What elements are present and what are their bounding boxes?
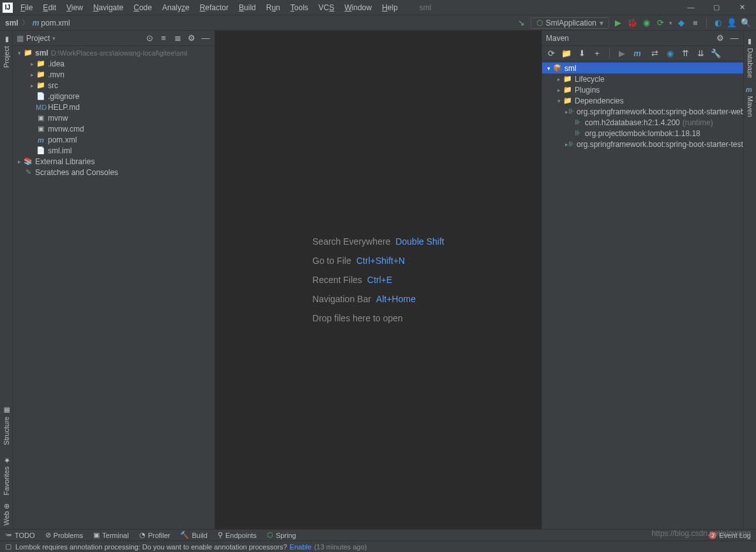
hide-icon[interactable]: — [729,33,739,43]
tip-recent[interactable]: Recent FilesCtrl+E [312,275,444,285]
toggle-icon[interactable]: ⇄ [649,49,660,59]
tab-structure[interactable]: Structure ▦ [2,402,10,449]
attach-icon[interactable]: ◆ [676,18,686,28]
profile-dropdown[interactable]: ▾ [669,20,672,26]
maven-dep-3[interactable]: ▸⊪org.springframework.boot:spring-boot-s… [542,139,743,150]
tab-project[interactable]: Project ▮ [2,32,10,72]
collapse-icon[interactable]: ≣ [172,33,183,43]
menu-window[interactable]: Window [343,2,373,13]
tree-external-libs[interactable]: ▸📚External Libraries [13,156,215,167]
tree-root[interactable]: ▾📁 sml D:\WorkPlaces-srcs\aiowang-local\… [13,47,215,58]
hammer-icon[interactable]: ↘ [517,18,527,28]
maven-dependencies[interactable]: ▾📁Dependencies [542,95,743,106]
tree-file-gitignore[interactable]: 📄.gitignore [13,91,215,102]
add-icon[interactable]: + [592,49,602,59]
menu-file[interactable]: File [19,2,34,13]
wrench-icon[interactable]: 🔧 [711,49,721,59]
maven-file-icon: m [33,19,40,27]
tab-maven[interactable]: m Maven [746,82,754,121]
generate-icon[interactable]: 📁 [561,49,571,59]
tab-problems[interactable]: ⊘ Problems [45,531,83,539]
debug-icon[interactable]: 🐞 [627,18,637,28]
tab-todo[interactable]: ≔ TODO [5,531,35,539]
menu-edit[interactable]: Edit [42,2,57,13]
crumb-sep: 〉 [22,17,29,28]
tab-build[interactable]: 🔨 Build [180,531,207,539]
search-icon[interactable]: 🔍 [741,18,751,28]
avatar-icon[interactable]: 👤 [727,18,737,28]
close-button[interactable]: ✕ [736,3,748,12]
hide-icon[interactable]: — [200,33,211,43]
tree-file-mvnw[interactable]: ▣mvnw [13,112,215,123]
tree-file-mvnwcmd[interactable]: ▣mvnw.cmd [13,123,215,134]
menu-run[interactable]: Run [265,2,282,13]
coverage-icon[interactable]: ◉ [641,18,651,28]
tree-file-iml[interactable]: 📄sml.iml [13,145,215,156]
maven-dep-2[interactable]: ⊪org.projectlombok:lombok:1.18.18 [542,128,743,139]
tab-endpoints[interactable]: ⚲ Endpoints [218,531,257,539]
project-tree[interactable]: ▾📁 sml D:\WorkPlaces-srcs\aiowang-local\… [13,46,215,529]
maven-dep-0[interactable]: ▸⊪org.springframework.boot:spring-boot-s… [542,106,743,117]
maven-panel: Maven ⚙ — ⟳ 📁 ⬇ + ▶ m ⇄ ◉ ⇈ ⇊ 🔧 ▾📦sml ▸📁… [541,31,743,529]
menu-tools[interactable]: Tools [289,2,310,13]
run-icon[interactable]: ▶ [613,18,623,28]
drop-hint: Drop files here to open [312,313,444,323]
tree-file-help[interactable]: MDHELP.md [13,102,215,112]
tab-web[interactable]: Web ⊕ [2,500,10,529]
status-enable-link[interactable]: Enable [290,543,312,551]
dropdown-icon[interactable]: ▾ [52,35,56,42]
tab-favorites[interactable]: Favorites ★ [2,452,10,499]
maximize-button[interactable]: ▢ [710,3,723,12]
spring-icon: ⬡ [536,19,543,27]
maven-plugins[interactable]: ▸📁Plugins [542,84,743,95]
menu-help[interactable]: Help [381,2,399,13]
menu-bar: File Edit View Navigate Code Analyze Ref… [19,2,432,13]
collapse-all-icon[interactable]: ⇈ [680,49,690,59]
execute-icon[interactable]: m [632,49,642,59]
status-icon[interactable]: ▢ [5,542,11,551]
maven-root[interactable]: ▾📦sml [542,63,743,73]
project-panel-title[interactable]: Project [26,34,50,43]
tab-profiler[interactable]: ◔ Profiler [139,531,170,539]
download-icon[interactable]: ⬇ [577,49,587,59]
menu-navigate[interactable]: Navigate [92,2,125,13]
menu-code[interactable]: Code [132,2,153,13]
crumb-file[interactable]: pom.xml [41,19,70,27]
reload-icon[interactable]: ⟳ [546,49,556,59]
maven-lifecycle[interactable]: ▸📁Lifecycle [542,73,743,84]
run-maven-icon[interactable]: ▶ [617,49,627,59]
tip-search[interactable]: Search EverywhereDouble Shift [312,236,444,247]
tip-gotofile[interactable]: Go to FileCtrl+Shift+N [312,256,444,266]
tip-navbar[interactable]: Navigation BarAlt+Home [312,294,444,304]
tab-terminal[interactable]: ▣ Terminal [93,531,129,539]
tab-spring[interactable]: ⬡ Spring [267,531,296,539]
tree-folder-mvn[interactable]: ▸📁.mvn [13,69,215,80]
tree-folder-src[interactable]: ▸📁src [13,80,215,91]
maven-tree[interactable]: ▾📦sml ▸📁Lifecycle ▸📁Plugins ▾📁Dependenci… [542,61,743,529]
menu-analyze[interactable]: Analyze [161,2,191,13]
offline-icon[interactable]: ◉ [665,49,675,59]
tree-scratches[interactable]: ✎Scratches and Consoles [13,167,215,178]
minimize-button[interactable]: — [684,3,697,12]
tab-database[interactable]: ▮ Database [746,33,754,82]
bottom-bar: ≔ TODO ⊘ Problems ▣ Terminal ◔ Profiler … [0,529,756,540]
main-layout: Project ▮ Structure ▦ Favorites ★ Web ⊕ … [0,31,756,529]
run-config-selector[interactable]: ⬡ SmlApplication ▾ [531,17,609,29]
update-icon[interactable]: ◐ [713,18,723,28]
tree-file-pom[interactable]: mpom.xml [13,134,215,145]
expand-icon[interactable]: ≡ [158,33,169,43]
gear-icon[interactable]: ⚙ [715,33,725,43]
editor-area[interactable]: Search EverywhereDouble Shift Go to File… [215,31,541,529]
show-deps-icon[interactable]: ⇊ [695,49,706,59]
gear-icon[interactable]: ⚙ [186,33,197,43]
tree-folder-idea[interactable]: ▸📁.idea [13,58,215,69]
menu-build[interactable]: Build [238,2,257,13]
menu-refactor[interactable]: Refactor [199,2,230,13]
menu-vcs[interactable]: VCS [317,2,336,13]
menu-view[interactable]: View [65,2,84,13]
maven-dep-1[interactable]: ⊪com.h2database:h2:1.4.200(runtime) [542,117,743,128]
profile-icon[interactable]: ⟳ [655,18,665,28]
crumb-root[interactable]: sml [5,19,19,27]
stop-icon[interactable]: ■ [690,18,700,28]
select-opened-icon[interactable]: ⊙ [144,33,155,43]
